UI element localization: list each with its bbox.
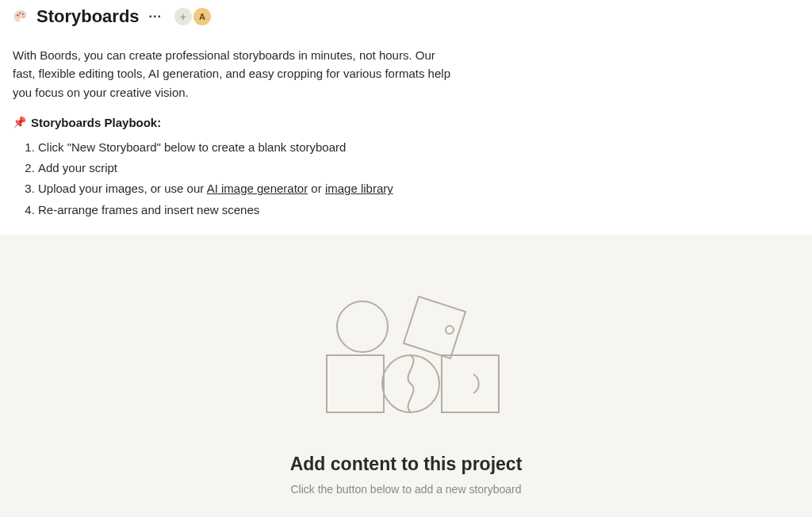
svg-point-1 — [19, 12, 21, 14]
list-item: Re-arrange frames and insert new scenes — [38, 200, 799, 220]
playbook-heading: 📌 Storyboards Playbook: — [13, 116, 799, 129]
svg-point-4 — [337, 301, 388, 352]
svg-rect-7 — [327, 355, 384, 412]
svg-rect-5 — [404, 297, 465, 358]
step3-mid: or — [308, 182, 325, 195]
image-library-link[interactable]: image library — [325, 182, 393, 195]
playbook-title: Storyboards Playbook: — [31, 116, 161, 129]
ai-generator-link[interactable]: AI image generator — [207, 182, 308, 195]
list-item: Click "New Storyboard" below to create a… — [38, 137, 799, 158]
playbook-list: Click "New Storyboard" below to create a… — [13, 137, 799, 220]
svg-point-3 — [23, 16, 25, 18]
more-icon[interactable]: ··· — [149, 10, 162, 24]
empty-title: Add content to this project — [290, 454, 523, 475]
palette-icon — [13, 9, 29, 25]
avatar[interactable]: A — [193, 8, 211, 25]
pin-icon: 📌 — [13, 116, 26, 128]
empty-subtitle: Click the button below to add a new stor… — [290, 483, 521, 496]
empty-state: Add content to this project Click the bu… — [0, 235, 812, 517]
title-row: Storyboards ··· + A — [13, 6, 799, 27]
svg-point-0 — [17, 14, 19, 16]
list-item: Upload your images, or use our AI image … — [38, 178, 799, 199]
svg-point-2 — [22, 13, 25, 15]
svg-point-6 — [446, 326, 454, 334]
project-description: With Boords, you can create professional… — [13, 46, 457, 101]
list-item: Add your script — [38, 158, 799, 178]
svg-rect-9 — [442, 355, 499, 412]
step3-prefix: Upload your images, or use our — [38, 182, 207, 195]
empty-illustration — [311, 289, 501, 416]
add-member-button[interactable]: + — [174, 8, 192, 25]
page-title: Storyboards — [36, 6, 140, 27]
